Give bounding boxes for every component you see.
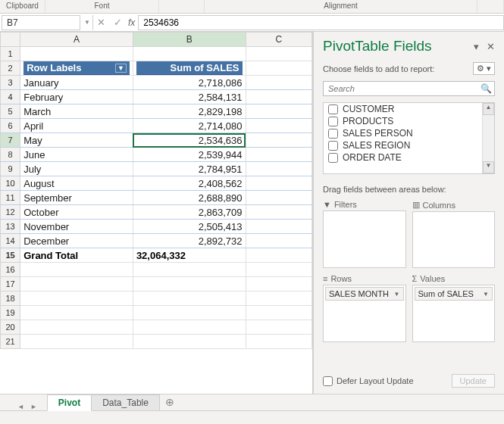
pane-options-dropdown-icon[interactable]: ▾ — [474, 41, 479, 52]
formula-input[interactable] — [138, 15, 504, 30]
name-box[interactable] — [2, 15, 80, 30]
pivot-row-label[interactable]: June — [20, 148, 133, 162]
row-header[interactable]: 10 — [1, 176, 20, 191]
formula-bar: ▼ ✕ ✓ fx — [0, 14, 504, 32]
row-header[interactable]: 11 — [1, 191, 20, 205]
defer-layout-checkbox[interactable] — [323, 376, 333, 386]
pivot-filter-dropdown-icon[interactable]: ▼ — [115, 64, 127, 73]
cancel-formula-icon[interactable]: ✕ — [93, 17, 110, 28]
pivot-row-label[interactable]: January — [20, 76, 133, 90]
field-list[interactable]: CUSTOMER PRODUCTS SALES PERSON SALES REG… — [323, 102, 495, 174]
active-cell[interactable]: 2,534,636 — [133, 133, 246, 148]
pivot-row-label[interactable]: October — [20, 205, 133, 220]
chip-dropdown-icon[interactable]: ▼ — [394, 291, 400, 298]
name-box-dropdown-icon[interactable]: ▼ — [82, 19, 92, 26]
pivot-value[interactable]: 2,714,080 — [133, 119, 246, 133]
worksheet-grid[interactable]: A B C 1 2 Row Labels▼ Sum of SALES 3Janu… — [0, 32, 313, 394]
fx-icon[interactable]: fx — [127, 17, 138, 28]
column-header-c[interactable]: C — [246, 33, 311, 47]
field-checkbox[interactable] — [328, 141, 338, 151]
pivot-value[interactable]: 2,688,890 — [133, 191, 246, 205]
pivot-row-label[interactable]: March — [20, 104, 133, 119]
column-header-a[interactable]: A — [20, 33, 133, 47]
tab-nav-prev-icon[interactable]: ► — [28, 403, 39, 410]
row-header[interactable]: 21 — [1, 335, 20, 349]
field-item-products[interactable]: PRODUCTS — [324, 115, 494, 127]
rows-area[interactable]: ≡Rows SALES MONTH▼ — [323, 274, 406, 342]
pivot-row-label[interactable]: July — [20, 162, 133, 176]
row-header[interactable]: 2 — [1, 61, 20, 76]
ribbon-group-alignment: Alignment — [205, 0, 477, 13]
close-pane-icon[interactable]: ✕ — [487, 41, 495, 52]
tab-nav-first-icon[interactable]: ◄ — [15, 403, 27, 410]
filters-area[interactable]: ▼Filters — [323, 200, 406, 268]
pivot-row-labels-header[interactable]: Row Labels▼ — [20, 61, 133, 76]
new-sheet-icon[interactable]: ⊕ — [159, 394, 180, 410]
field-checkbox[interactable] — [328, 104, 338, 114]
scroll-up-icon[interactable]: ▲ — [483, 103, 494, 115]
pivot-row-label[interactable]: September — [20, 191, 133, 205]
enter-formula-icon[interactable]: ✓ — [110, 17, 127, 28]
pivot-value[interactable]: 2,718,086 — [133, 76, 246, 90]
field-item-order-date[interactable]: ORDER DATE — [324, 151, 494, 164]
row-header[interactable]: 5 — [1, 104, 20, 119]
pivot-value[interactable]: 2,539,944 — [133, 148, 246, 162]
row-header[interactable]: 19 — [1, 306, 20, 320]
field-checkbox[interactable] — [328, 129, 338, 139]
row-header[interactable]: 14 — [1, 234, 20, 248]
row-header[interactable]: 15 — [1, 248, 20, 263]
field-checkbox[interactable] — [328, 117, 338, 126]
pivot-grand-total-label[interactable]: Grand Total — [20, 248, 133, 263]
field-label: SALES PERSON — [343, 128, 413, 139]
columns-icon: ▥ — [412, 200, 420, 210]
column-header-b[interactable]: B — [133, 33, 246, 47]
pivot-row-label[interactable]: April — [20, 119, 133, 133]
select-all-corner[interactable] — [1, 33, 20, 47]
ribbon-group-font: Font — [45, 0, 159, 13]
field-item-sales-person[interactable]: SALES PERSON — [324, 127, 494, 139]
row-header[interactable]: 3 — [1, 76, 20, 90]
chip-dropdown-icon[interactable]: ▼ — [483, 291, 489, 298]
row-header[interactable]: 1 — [1, 47, 20, 61]
pivot-row-label[interactable]: February — [20, 90, 133, 104]
pivot-row-label[interactable]: December — [20, 234, 133, 248]
pivot-value[interactable]: 2,829,198 — [133, 104, 246, 119]
update-button[interactable]: Update — [452, 374, 495, 388]
pivot-value[interactable]: 2,863,709 — [133, 205, 246, 220]
pivot-row-label[interactable]: May — [20, 133, 133, 148]
pivot-value[interactable]: 2,408,562 — [133, 176, 246, 191]
sheet-tab-pivot[interactable]: Pivot — [47, 394, 92, 411]
row-header[interactable]: 4 — [1, 90, 20, 104]
pivot-value[interactable]: 2,505,413 — [133, 220, 246, 234]
row-header[interactable]: 6 — [1, 119, 20, 133]
row-header[interactable]: 12 — [1, 205, 20, 220]
field-search-input[interactable] — [323, 81, 495, 96]
pivot-row-label[interactable]: November — [20, 220, 133, 234]
row-header[interactable]: 8 — [1, 148, 20, 162]
row-header[interactable]: 20 — [1, 320, 20, 335]
row-header[interactable]: 7 — [1, 133, 20, 148]
pivot-value[interactable]: 2,784,951 — [133, 162, 246, 176]
pivot-value[interactable]: 2,892,732 — [133, 234, 246, 248]
rows-chip-sales-month[interactable]: SALES MONTH▼ — [325, 287, 404, 301]
row-header[interactable]: 13 — [1, 220, 20, 234]
scroll-down-icon[interactable]: ▼ — [483, 161, 494, 173]
row-header[interactable]: 17 — [1, 277, 20, 292]
field-item-sales-region[interactable]: SALES REGION — [324, 139, 494, 151]
tools-gear-icon[interactable]: ⚙ ▾ — [473, 62, 495, 75]
row-header[interactable]: 18 — [1, 292, 20, 306]
pivot-grand-total-value[interactable]: 32,064,332 — [133, 248, 246, 263]
pivot-value-header[interactable]: Sum of SALES — [133, 61, 246, 76]
row-header[interactable]: 9 — [1, 162, 20, 176]
pivot-value[interactable]: 2,584,131 — [133, 90, 246, 104]
pivot-row-label[interactable]: August — [20, 176, 133, 191]
field-item-customer[interactable]: CUSTOMER — [324, 103, 494, 115]
values-area[interactable]: ΣValues Sum of SALES▼ — [412, 274, 496, 342]
defer-layout-checkbox-label[interactable]: Defer Layout Update — [323, 376, 414, 386]
field-list-scrollbar[interactable]: ▲ ▼ — [482, 103, 494, 173]
row-header[interactable]: 16 — [1, 263, 20, 277]
columns-area[interactable]: ▥Columns — [412, 200, 496, 268]
sheet-tab-data-table[interactable]: Data_Table — [91, 394, 160, 410]
field-checkbox[interactable] — [328, 153, 338, 163]
values-chip-sum-of-sales[interactable]: Sum of SALES▼ — [415, 287, 493, 301]
